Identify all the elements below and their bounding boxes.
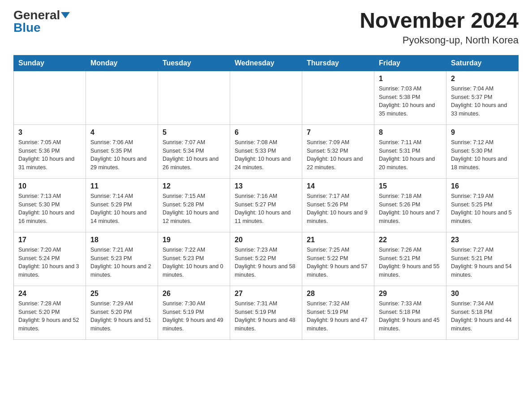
calendar-day-cell: 13Sunrise: 7:16 AMSunset: 5:27 PMDayligh… (230, 178, 302, 232)
day-number: 20 (235, 236, 297, 244)
weekday-header-monday: Monday (86, 55, 158, 71)
day-number: 18 (90, 236, 153, 244)
day-number: 19 (163, 236, 225, 244)
calendar-day-cell: 26Sunrise: 7:30 AMSunset: 5:19 PMDayligh… (158, 286, 230, 339)
day-info: Sunrise: 7:13 AMSunset: 5:30 PMDaylight:… (18, 192, 81, 226)
day-info: Sunrise: 7:12 AMSunset: 5:30 PMDaylight:… (451, 138, 514, 172)
calendar-day-cell: 2Sunrise: 7:04 AMSunset: 5:37 PMDaylight… (446, 71, 519, 124)
day-number: 10 (18, 182, 81, 190)
day-info: Sunrise: 7:25 AMSunset: 5:22 PMDaylight:… (307, 246, 369, 279)
calendar-week-row: 17Sunrise: 7:20 AMSunset: 5:24 PMDayligh… (14, 232, 519, 286)
calendar-day-cell: 24Sunrise: 7:28 AMSunset: 5:20 PMDayligh… (14, 286, 86, 339)
calendar-day-cell: 20Sunrise: 7:23 AMSunset: 5:22 PMDayligh… (230, 232, 302, 286)
day-number: 9 (451, 128, 514, 137)
weekday-header-saturday: Saturday (446, 55, 519, 71)
calendar-day-cell: 1Sunrise: 7:03 AMSunset: 5:38 PMDaylight… (374, 71, 446, 124)
calendar-day-cell: 10Sunrise: 7:13 AMSunset: 5:30 PMDayligh… (14, 178, 86, 232)
day-info: Sunrise: 7:14 AMSunset: 5:29 PMDaylight:… (90, 192, 153, 226)
day-number: 13 (235, 182, 297, 190)
day-info: Sunrise: 7:16 AMSunset: 5:27 PMDaylight:… (235, 192, 297, 226)
calendar-day-cell: 7Sunrise: 7:09 AMSunset: 5:32 PMDaylight… (302, 124, 374, 178)
calendar-day-cell: 19Sunrise: 7:22 AMSunset: 5:23 PMDayligh… (158, 232, 230, 286)
calendar-day-cell (230, 71, 302, 124)
day-info: Sunrise: 7:29 AMSunset: 5:20 PMDaylight:… (90, 300, 153, 333)
weekday-header-friday: Friday (374, 55, 446, 71)
day-info: Sunrise: 7:20 AMSunset: 5:24 PMDaylight:… (18, 246, 81, 279)
day-number: 21 (307, 236, 369, 244)
day-number: 7 (307, 128, 369, 137)
calendar-day-cell: 22Sunrise: 7:26 AMSunset: 5:21 PMDayligh… (374, 232, 446, 286)
day-number: 16 (451, 182, 514, 190)
page-header: General Blue November 2024 Pyoksong-up, … (13, 9, 519, 46)
calendar-day-cell: 15Sunrise: 7:18 AMSunset: 5:26 PMDayligh… (374, 178, 446, 232)
calendar-week-row: 1Sunrise: 7:03 AMSunset: 5:38 PMDaylight… (14, 71, 519, 124)
day-number: 29 (379, 290, 442, 298)
calendar-day-cell (158, 71, 230, 124)
day-info: Sunrise: 7:26 AMSunset: 5:21 PMDaylight:… (379, 246, 442, 279)
day-info: Sunrise: 7:27 AMSunset: 5:21 PMDaylight:… (451, 246, 514, 279)
weekday-header-wednesday: Wednesday (230, 55, 302, 71)
day-number: 12 (163, 182, 225, 190)
day-info: Sunrise: 7:28 AMSunset: 5:20 PMDaylight:… (18, 300, 81, 333)
location-title: Pyoksong-up, North Korea (360, 34, 519, 46)
day-info: Sunrise: 7:18 AMSunset: 5:26 PMDaylight:… (379, 192, 442, 226)
calendar-day-cell (302, 71, 374, 124)
title-block: November 2024 Pyoksong-up, North Korea (360, 9, 519, 46)
calendar-day-cell: 18Sunrise: 7:21 AMSunset: 5:23 PMDayligh… (86, 232, 158, 286)
calendar-day-cell: 27Sunrise: 7:31 AMSunset: 5:19 PMDayligh… (230, 286, 302, 339)
day-number: 24 (18, 290, 81, 298)
day-number: 3 (18, 128, 81, 137)
logo-general-text: General (13, 9, 60, 21)
calendar-day-cell: 11Sunrise: 7:14 AMSunset: 5:29 PMDayligh… (86, 178, 158, 232)
day-info: Sunrise: 7:32 AMSunset: 5:19 PMDaylight:… (307, 300, 369, 333)
calendar-day-cell: 9Sunrise: 7:12 AMSunset: 5:30 PMDaylight… (446, 124, 519, 178)
day-info: Sunrise: 7:03 AMSunset: 5:38 PMDaylight:… (379, 85, 442, 118)
day-info: Sunrise: 7:23 AMSunset: 5:22 PMDaylight:… (235, 246, 297, 279)
logo: General Blue (13, 9, 70, 34)
day-number: 6 (235, 128, 297, 137)
logo-blue-text: Blue (13, 21, 41, 34)
day-info: Sunrise: 7:19 AMSunset: 5:25 PMDaylight:… (451, 192, 514, 226)
day-number: 11 (90, 182, 153, 190)
calendar-day-cell: 6Sunrise: 7:08 AMSunset: 5:33 PMDaylight… (230, 124, 302, 178)
day-number: 15 (379, 182, 442, 190)
day-info: Sunrise: 7:30 AMSunset: 5:19 PMDaylight:… (163, 300, 225, 333)
day-info: Sunrise: 7:34 AMSunset: 5:18 PMDaylight:… (451, 300, 514, 333)
calendar-day-cell: 23Sunrise: 7:27 AMSunset: 5:21 PMDayligh… (446, 232, 519, 286)
calendar-week-row: 10Sunrise: 7:13 AMSunset: 5:30 PMDayligh… (14, 178, 519, 232)
day-number: 22 (379, 236, 442, 244)
calendar-day-cell: 4Sunrise: 7:06 AMSunset: 5:35 PMDaylight… (86, 124, 158, 178)
day-info: Sunrise: 7:15 AMSunset: 5:28 PMDaylight:… (163, 192, 225, 226)
day-info: Sunrise: 7:06 AMSunset: 5:35 PMDaylight:… (90, 138, 153, 172)
month-title: November 2024 (360, 9, 519, 33)
day-info: Sunrise: 7:11 AMSunset: 5:31 PMDaylight:… (379, 138, 442, 172)
day-info: Sunrise: 7:05 AMSunset: 5:36 PMDaylight:… (18, 138, 81, 172)
weekday-header-thursday: Thursday (302, 55, 374, 71)
calendar-week-row: 24Sunrise: 7:28 AMSunset: 5:20 PMDayligh… (14, 286, 519, 339)
day-number: 30 (451, 290, 514, 298)
day-info: Sunrise: 7:33 AMSunset: 5:18 PMDaylight:… (379, 300, 442, 333)
calendar-day-cell: 29Sunrise: 7:33 AMSunset: 5:18 PMDayligh… (374, 286, 446, 339)
calendar-day-cell (86, 71, 158, 124)
calendar-day-cell: 12Sunrise: 7:15 AMSunset: 5:28 PMDayligh… (158, 178, 230, 232)
day-info: Sunrise: 7:07 AMSunset: 5:34 PMDaylight:… (163, 138, 225, 172)
day-number: 1 (379, 75, 442, 83)
calendar-day-cell: 8Sunrise: 7:11 AMSunset: 5:31 PMDaylight… (374, 124, 446, 178)
logo-triangle-icon (61, 12, 70, 18)
day-number: 14 (307, 182, 369, 190)
calendar-day-cell: 28Sunrise: 7:32 AMSunset: 5:19 PMDayligh… (302, 286, 374, 339)
weekday-header-row: SundayMondayTuesdayWednesdayThursdayFrid… (14, 55, 519, 71)
calendar-header: SundayMondayTuesdayWednesdayThursdayFrid… (14, 55, 519, 71)
day-info: Sunrise: 7:22 AMSunset: 5:23 PMDaylight:… (163, 246, 225, 279)
calendar-day-cell: 16Sunrise: 7:19 AMSunset: 5:25 PMDayligh… (446, 178, 519, 232)
day-number: 28 (307, 290, 369, 298)
calendar-day-cell: 14Sunrise: 7:17 AMSunset: 5:26 PMDayligh… (302, 178, 374, 232)
weekday-header-tuesday: Tuesday (158, 55, 230, 71)
day-info: Sunrise: 7:08 AMSunset: 5:33 PMDaylight:… (235, 138, 297, 172)
day-info: Sunrise: 7:04 AMSunset: 5:37 PMDaylight:… (451, 85, 514, 118)
day-number: 23 (451, 236, 514, 244)
calendar-day-cell: 5Sunrise: 7:07 AMSunset: 5:34 PMDaylight… (158, 124, 230, 178)
calendar-week-row: 3Sunrise: 7:05 AMSunset: 5:36 PMDaylight… (14, 124, 519, 178)
day-info: Sunrise: 7:31 AMSunset: 5:19 PMDaylight:… (235, 300, 297, 333)
day-number: 8 (379, 128, 442, 137)
